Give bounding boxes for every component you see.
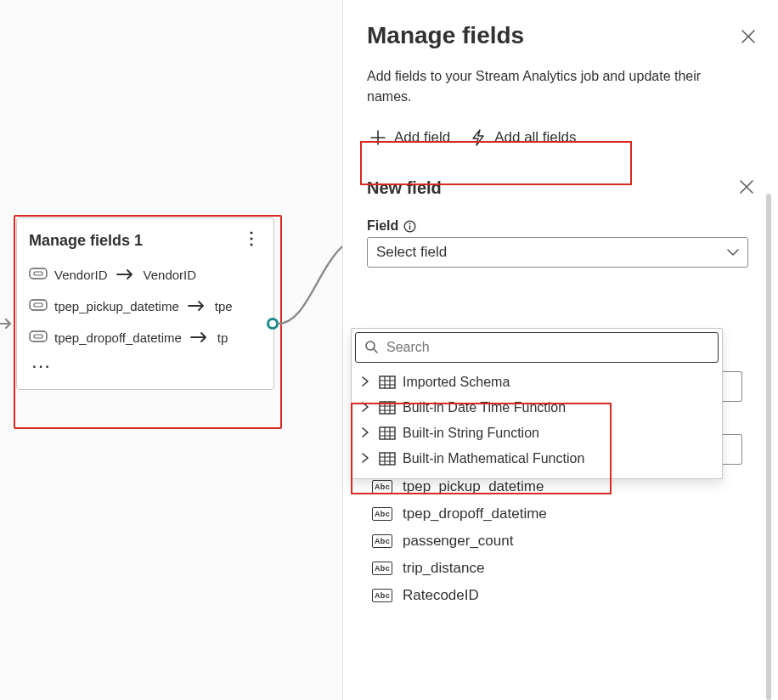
- tree-label: Imported Schema: [403, 375, 510, 390]
- svg-rect-15: [380, 427, 395, 439]
- tree-label: Built-in Date Time Function: [403, 400, 566, 415]
- field-item[interactable]: AbcRatecodeID: [372, 582, 754, 609]
- schema-tree: Imported Schema Built-in Date Time Funct…: [352, 364, 722, 478]
- type-string-icon: Abc: [372, 562, 392, 575]
- search-row: [355, 332, 719, 363]
- panel-subtitle: Add fields to your Stream Analytics job …: [367, 66, 724, 107]
- add-all-label: Add all fields: [494, 129, 576, 146]
- field-name: tpep_dropoff_datetime: [403, 505, 547, 522]
- tree-label: Built-in String Function: [403, 426, 539, 441]
- table-icon: [379, 401, 396, 415]
- chevron-down-icon: [727, 244, 739, 261]
- search-icon: [364, 340, 378, 356]
- field-dropdown[interactable]: Select field: [367, 237, 748, 268]
- field-name: RatecodeID: [403, 587, 479, 604]
- add-all-fields-button[interactable]: Add all fields: [471, 129, 576, 146]
- type-string-icon: Abc: [372, 507, 392, 521]
- panel-scrollbar[interactable]: [766, 194, 771, 700]
- type-string-icon: Abc: [372, 589, 392, 602]
- panel-close-button[interactable]: [741, 29, 756, 48]
- field-name: trip_distance: [403, 560, 484, 577]
- add-field-button[interactable]: Add field: [370, 129, 450, 146]
- svg-rect-11: [409, 225, 410, 229]
- chevron-right-icon: [360, 375, 372, 390]
- tree-item-imported-schema[interactable]: Imported Schema: [357, 370, 717, 395]
- type-string-icon: Abc: [372, 534, 392, 548]
- add-field-label: Add field: [394, 129, 450, 146]
- svg-rect-16: [380, 453, 395, 465]
- svg-rect-13: [380, 376, 395, 388]
- new-field-close-button[interactable]: [739, 179, 754, 197]
- field-name: passenger_count: [403, 533, 513, 550]
- panel-toolbar: Add field Add all fields: [367, 122, 754, 153]
- diagram-canvas[interactable]: Manage fields 1 VendorID VendorID tpep_p…: [0, 0, 342, 700]
- tree-item-math-fn[interactable]: Built-in Mathematical Function: [357, 446, 717, 471]
- table-icon: [379, 375, 396, 389]
- field-item[interactable]: Abcpassenger_count: [372, 528, 754, 555]
- type-string-icon: Abc: [372, 480, 392, 494]
- obscured-input: [721, 434, 742, 465]
- field-label: Field: [367, 218, 398, 234]
- tree-item-string-fn[interactable]: Built-in String Function: [357, 421, 717, 446]
- connector-edge: [0, 0, 342, 700]
- search-input[interactable]: [385, 339, 709, 356]
- chevron-right-icon: [360, 451, 372, 466]
- field-name: tpep_pickup_datetime: [403, 478, 544, 495]
- table-icon: [379, 452, 396, 466]
- field-item[interactable]: Abctrip_distance: [372, 555, 754, 582]
- tree-item-datetime-fn[interactable]: Built-in Date Time Function: [357, 395, 717, 421]
- table-icon: [379, 426, 396, 440]
- lightning-icon: [471, 129, 486, 146]
- info-icon[interactable]: [403, 220, 416, 233]
- new-field-heading: New field: [367, 178, 442, 198]
- svg-point-10: [409, 223, 411, 224]
- panel-title: Manage fields: [367, 22, 754, 49]
- obscured-input: [721, 371, 742, 402]
- svg-rect-14: [380, 402, 395, 414]
- chevron-right-icon: [360, 426, 372, 441]
- tree-label: Built-in Mathematical Function: [403, 451, 584, 466]
- field-picker-popup: Imported Schema Built-in Date Time Funct…: [351, 328, 723, 479]
- field-item[interactable]: Abctpep_dropoff_datetime: [372, 500, 754, 528]
- plus-icon: [370, 130, 386, 145]
- chevron-right-icon: [360, 400, 372, 415]
- dropdown-value: Select field: [376, 244, 447, 261]
